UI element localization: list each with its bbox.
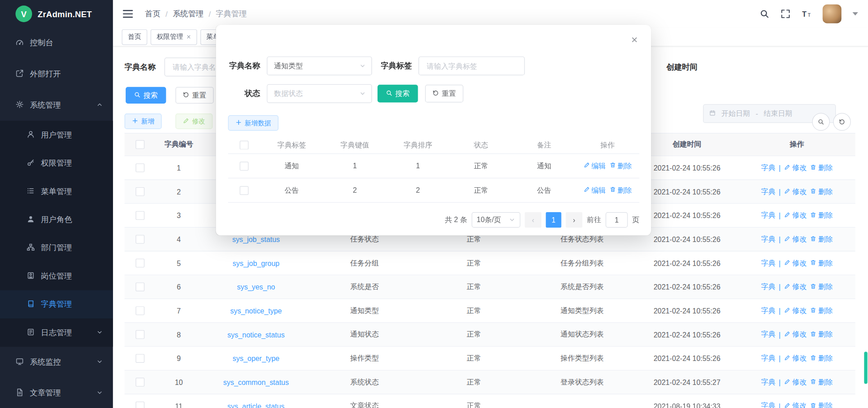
table-refresh-button[interactable] [833, 113, 851, 131]
dict-type-link[interactable]: sys_job_status [232, 235, 280, 243]
user-avatar[interactable] [823, 5, 842, 24]
row-edit-link[interactable]: 修改 [784, 306, 807, 316]
row-checkbox[interactable] [136, 330, 145, 339]
row-delete-link[interactable]: 删除 [810, 258, 833, 268]
goto-page-input[interactable] [606, 212, 628, 228]
row-checkbox[interactable] [136, 187, 145, 196]
row-delete-link[interactable]: 删除 [810, 187, 833, 197]
table-row[interactable]: 5sys_job_group任务分组正常任务分组列表2021-02-24 10:… [125, 251, 855, 275]
row-edit-link[interactable]: 修改 [784, 258, 807, 268]
page-size-select[interactable]: 10条/页 [472, 212, 520, 228]
row-checkbox[interactable] [136, 354, 145, 363]
row-checkbox[interactable] [136, 211, 145, 220]
tab-home[interactable]: 首页 [122, 29, 147, 44]
table-row[interactable]: 11sys_article_status文章状态正常2021-08-19 10:… [125, 394, 855, 408]
font-size-icon[interactable]: TT [802, 9, 811, 19]
page-number-1[interactable]: 1 [546, 212, 561, 228]
dict-data-link[interactable]: 字典 [761, 401, 775, 408]
row-checkbox[interactable] [136, 283, 145, 292]
row-delete-link[interactable]: 删除 [810, 330, 833, 340]
dict-data-link[interactable]: 字典 [761, 258, 775, 268]
dict-data-link[interactable]: 字典 [761, 330, 775, 340]
row-checkbox[interactable] [136, 235, 145, 244]
breadcrumb-system[interactable]: 系统管理 [173, 9, 204, 19]
row-delete-link[interactable]: 删除 [609, 161, 632, 171]
prev-page-button[interactable]: ‹ [525, 212, 542, 228]
dict-data-link[interactable]: 字典 [761, 234, 775, 244]
dict-data-link[interactable]: 字典 [761, 282, 775, 292]
sidebar-item-dashboard[interactable]: 控制台 [0, 28, 113, 59]
dialog-search-button[interactable]: 搜索 [377, 85, 418, 102]
dialog-table-row[interactable]: 公告 2 2 正常 公告 编辑 删除 [228, 178, 639, 203]
next-page-button[interactable]: › [566, 212, 582, 228]
row-edit-link[interactable]: 修改 [784, 163, 807, 173]
row-edit-link[interactable]: 修改 [784, 282, 807, 292]
dict-type-link[interactable]: sys_job_group [233, 259, 280, 267]
dialog-table-row[interactable]: 通知 1 1 正常 通知 编辑 删除 [228, 154, 639, 178]
row-edit-link[interactable]: 修改 [784, 401, 807, 408]
row-checkbox[interactable] [240, 161, 249, 171]
sidebar-item-logs[interactable]: 日志管理 [0, 318, 113, 346]
sidebar-item-articles[interactable]: 文章管理 [0, 378, 113, 408]
sidebar-item-permissions[interactable]: 权限管理 [0, 149, 113, 177]
dict-data-link[interactable]: 字典 [761, 187, 775, 197]
dict-type-link[interactable]: sys_yes_no [237, 283, 275, 291]
row-delete-link[interactable]: 删除 [810, 163, 833, 173]
app-logo[interactable]: V ZrAdmin.NET [0, 0, 113, 28]
fullscreen-icon[interactable] [781, 9, 791, 19]
row-checkbox[interactable] [136, 402, 145, 408]
row-delete-link[interactable]: 删除 [810, 377, 833, 387]
dict-type-link[interactable]: sys_notice_status [227, 330, 285, 338]
dict-label-input[interactable] [426, 61, 518, 71]
row-delete-link[interactable]: 删除 [810, 282, 833, 292]
row-checkbox[interactable] [136, 164, 145, 173]
dict-data-link[interactable]: 字典 [761, 163, 775, 173]
avatar-caret-down-icon[interactable] [853, 12, 858, 15]
row-delete-link[interactable]: 删除 [810, 306, 833, 316]
table-row[interactable]: 10sys_common_status系统状态正常登录状态列表2021-02-2… [125, 370, 855, 394]
dialog-status-select[interactable]: 数据状态 [267, 84, 372, 103]
search-button[interactable]: 搜索 [126, 87, 166, 104]
table-row[interactable]: 6sys_yes_no系统是否正常系统是否列表2021-02-24 10:55:… [125, 275, 855, 299]
row-delete-link[interactable]: 删除 [609, 185, 632, 195]
sidebar-item-system-monitor[interactable]: 系统监控 [0, 347, 113, 378]
dict-data-link[interactable]: 字典 [761, 377, 775, 387]
sidebar-item-departments[interactable]: 部门管理 [0, 234, 113, 262]
dialog-dict-name-select[interactable]: 通知类型 [267, 57, 372, 76]
row-edit-link[interactable]: 修改 [784, 210, 807, 220]
row-delete-link[interactable]: 删除 [810, 234, 833, 244]
sidebar-item-dictionary[interactable]: 字典管理 [0, 290, 113, 318]
row-edit-link[interactable]: 修改 [784, 377, 807, 387]
dict-type-link[interactable]: sys_common_status [223, 378, 289, 386]
dialog-close-icon[interactable]: × [631, 34, 637, 45]
row-checkbox[interactable] [136, 259, 145, 268]
row-edit-link[interactable]: 修改 [784, 330, 807, 340]
dialog-reset-button[interactable]: 重置 [425, 85, 463, 102]
search-icon[interactable] [760, 9, 769, 19]
sidebar-item-user-roles[interactable]: 用户角色 [0, 205, 113, 233]
row-delete-link[interactable]: 删除 [810, 353, 833, 363]
sidebar-item-system-management[interactable]: 系统管理 [0, 90, 113, 121]
table-row[interactable]: 8sys_notice_status通知状态正常通知状态列表2021-02-24… [125, 323, 855, 347]
dialog-add-data-button[interactable]: 新增数据 [228, 115, 278, 131]
dict-type-link[interactable]: sys_oper_type [233, 354, 280, 362]
row-edit-link[interactable]: 修改 [784, 353, 807, 363]
row-edit-link[interactable]: 修改 [784, 234, 807, 244]
sidebar-collapse-button[interactable] [123, 10, 133, 18]
breadcrumb-home[interactable]: 首页 [145, 9, 160, 19]
row-edit-link[interactable]: 编辑 [583, 185, 606, 195]
edit-button[interactable]: 修改 [175, 114, 212, 129]
scrollbar-thumb[interactable] [864, 352, 867, 384]
row-checkbox[interactable] [136, 378, 145, 387]
sidebar-item-external-open[interactable]: 外部打开 [0, 59, 113, 90]
sidebar-item-menus[interactable]: 菜单管理 [0, 177, 113, 205]
dict-data-link[interactable]: 字典 [761, 353, 775, 363]
table-row[interactable]: 9sys_oper_type操作类型正常操作类型列表2021-02-24 10:… [125, 347, 855, 371]
dict-type-link[interactable]: sys_notice_type [230, 307, 282, 315]
table-row[interactable]: 7sys_notice_type通知类型正常通知类型列表2021-02-24 1… [125, 299, 855, 323]
dict-type-link[interactable]: sys_article_status [227, 402, 285, 408]
add-button[interactable]: 新增 [125, 114, 162, 129]
close-icon[interactable]: × [187, 33, 191, 40]
row-checkbox[interactable] [136, 306, 145, 315]
select-all-checkbox[interactable] [136, 140, 145, 149]
